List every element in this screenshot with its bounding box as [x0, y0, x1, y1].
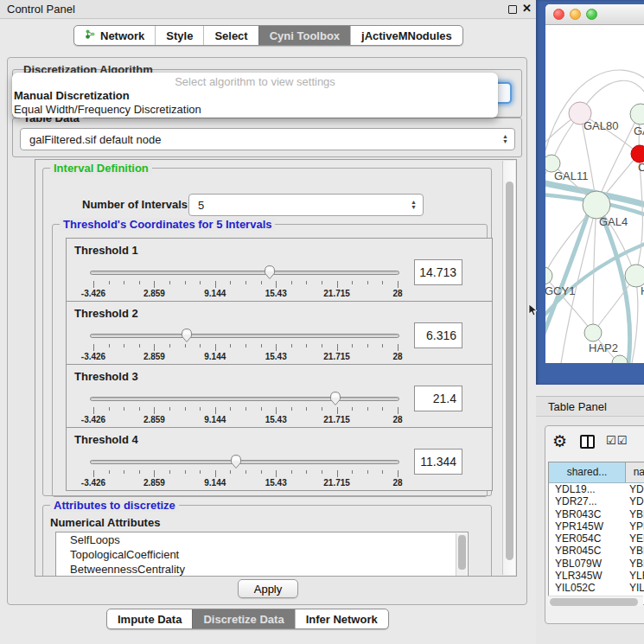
table-row[interactable]: YBR043CYBR0: [549, 508, 644, 520]
threshold-value-box[interactable]: 14.713: [414, 259, 462, 285]
zoom-traffic-light-icon[interactable]: [586, 9, 597, 20]
threshold-value-box[interactable]: 21.4: [414, 386, 462, 411]
tab-select[interactable]: Select: [203, 26, 258, 45]
minor-tick: [245, 344, 246, 348]
table-row[interactable]: YPR145WYPR1: [549, 520, 644, 532]
slider-track[interactable]: [90, 271, 399, 275]
tab-jactivemnodules[interactable]: jActiveMNodules: [350, 26, 462, 45]
minor-tick: [306, 344, 307, 348]
cell-name: YER0: [626, 532, 644, 545]
tick-label: 28: [392, 415, 402, 424]
minor-tick: [200, 470, 201, 474]
table-row[interactable]: YBL079WYBL0: [549, 558, 644, 570]
table-horizontal-scrollbar[interactable]: [548, 596, 643, 606]
thresholds-group: Threshold's Coordinates for 5 Intervals …: [52, 224, 488, 497]
cell-shared-name: YER054C: [549, 532, 626, 545]
minor-tick: [382, 407, 383, 411]
node-label-gal11: GAL11: [554, 169, 589, 182]
node-label-partial-ga: GA: [634, 124, 644, 137]
attribute-list-item[interactable]: TopologicalCoefficient: [56, 547, 468, 562]
slider-track[interactable]: [90, 460, 399, 464]
slider-track[interactable]: [90, 334, 399, 338]
minimize-traffic-light-icon[interactable]: [570, 9, 581, 20]
table-panel-body: ⚙ ☑☑ shared... na YDL19...YDL1YDR27...YD…: [536, 417, 644, 644]
major-tick: [276, 407, 277, 414]
slider-thumb[interactable]: [328, 391, 342, 406]
threshold-slider[interactable]: -3.4262.8599.14415.4321.71528: [90, 391, 401, 427]
threshold-slider[interactable]: -3.4262.8599.14415.4321.71528: [90, 265, 401, 301]
tick-label: 2.859: [143, 289, 165, 298]
interval-definition-group: Interval Definition Number of Intervals …: [42, 168, 492, 496]
checkbox-icons[interactable]: ☑☑: [606, 434, 628, 447]
node-label-h: H: [641, 284, 644, 297]
scrollbar-thumb[interactable]: [506, 182, 513, 560]
float-window-icon[interactable]: [508, 5, 517, 14]
bottom-tab-impute-data[interactable]: Impute Data: [107, 609, 192, 628]
attribute-list-item[interactable]: SelfLoops: [56, 532, 468, 547]
bottom-tab-infer-network[interactable]: Infer Network: [295, 609, 388, 628]
major-tick: [215, 407, 216, 414]
network-view-window[interactable]: GAL80 GA C GAL11 GAL4 GCY1 H HAP2: [545, 4, 644, 363]
slider-thumb[interactable]: [263, 265, 277, 280]
threshold-value-box[interactable]: 11.344: [414, 449, 462, 475]
table-row[interactable]: YBR045CYBR0: [549, 545, 644, 557]
number-of-intervals-value: 5: [198, 199, 204, 212]
number-of-intervals-combobox[interactable]: 5 ▲▼: [188, 194, 424, 216]
tab-style[interactable]: Style: [155, 26, 203, 45]
attribute-list-item[interactable]: BetweennessCentrality: [56, 562, 468, 577]
close-icon[interactable]: ✕: [522, 2, 532, 15]
bottom-tab-discretize-data[interactable]: Discretize Data: [192, 609, 294, 628]
minor-tick: [322, 470, 322, 474]
threshold-slider[interactable]: -3.4262.8599.14415.4321.71528: [90, 454, 401, 490]
slider-thumb[interactable]: [180, 328, 194, 343]
minor-tick: [367, 470, 368, 474]
numerical-attributes-list[interactable]: SelfLoopsTopologicalCoefficientBetweenne…: [55, 532, 469, 577]
table-row[interactable]: YER054CYER0: [549, 532, 644, 545]
node-attribute-table[interactable]: shared... na YDL19...YDL1YDR27...YDR2YBR…: [548, 462, 644, 605]
tab-network[interactable]: Network: [74, 26, 155, 45]
cell-shared-name: YPR145W: [549, 520, 626, 532]
cell-name: YIL0: [626, 582, 644, 594]
network-icon: [85, 29, 96, 42]
tick-label: 15.43: [265, 352, 287, 361]
algorithm-option-1[interactable]: Manual Discretization: [14, 89, 130, 102]
table-row[interactable]: YDL19...YDL1: [549, 483, 644, 495]
slider-track[interactable]: [90, 397, 399, 401]
node-top-right[interactable]: [630, 104, 644, 124]
scrollbar-thumb[interactable]: [458, 535, 466, 570]
apply-button[interactable]: Apply: [238, 579, 299, 598]
tab-cyni-toolbox[interactable]: Cyni Toolbox: [258, 26, 350, 45]
table-row[interactable]: YLR345WYLR3: [549, 570, 644, 582]
close-traffic-light-icon[interactable]: [553, 9, 564, 20]
attributes-group: Attributes to discretize Numerical Attri…: [42, 505, 492, 577]
attributes-list-scrollbar[interactable]: [456, 533, 467, 577]
cell-name: YDL1: [626, 483, 644, 495]
tick-label: 15.43: [265, 289, 287, 298]
column-header-shared-name[interactable]: shared...: [549, 462, 626, 482]
column-header-name[interactable]: na: [626, 462, 644, 482]
threshold-slider[interactable]: -3.4262.8599.14415.4321.71528: [90, 328, 401, 364]
algorithm-option-2[interactable]: Equal Width/Frequency Discretization: [14, 103, 201, 116]
tick-label: 15.43: [265, 415, 287, 424]
slider-thumb[interactable]: [229, 454, 243, 469]
table-row[interactable]: YDR27...YDR2: [549, 495, 644, 507]
panel-scrollbar[interactable]: [502, 161, 515, 575]
node-selected-red[interactable]: [631, 145, 644, 163]
node-hap2[interactable]: [584, 324, 602, 341]
scrollbar-thumb[interactable]: [550, 598, 638, 606]
minor-tick: [185, 344, 186, 348]
threshold-label: Threshold 4: [74, 433, 138, 446]
node-bottom-partial[interactable]: [612, 355, 628, 363]
minor-tick: [352, 344, 353, 348]
table-row[interactable]: YIL052CYIL0: [549, 582, 644, 594]
network-window-titlebar[interactable]: [545, 4, 644, 25]
minor-tick: [261, 344, 262, 348]
split-columns-icon[interactable]: [580, 435, 595, 449]
tab-label: Select: [214, 29, 247, 42]
gear-icon[interactable]: ⚙: [552, 432, 567, 451]
node-gcy1[interactable]: [545, 267, 552, 284]
threshold-value-box[interactable]: 6.316: [414, 322, 462, 348]
apply-button-row: Apply: [0, 579, 536, 598]
network-canvas[interactable]: GAL80 GA C GAL11 GAL4 GCY1 H HAP2: [545, 25, 644, 363]
table-data-combobox[interactable]: galFiltered.sif default node ▲▼: [20, 128, 515, 150]
